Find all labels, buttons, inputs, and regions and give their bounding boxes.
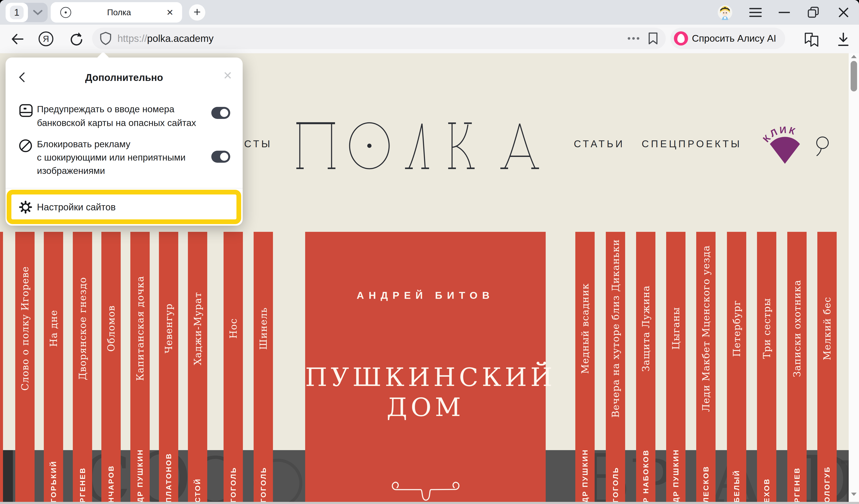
spine-author: ДР ПУШКИН [581,449,589,503]
polka-logo-lettering [296,122,552,171]
site-logo-polka[interactable] [296,122,552,171]
scroll-up-arrow[interactable] [851,55,857,58]
downloads-button[interactable] [836,32,850,47]
shield-icon[interactable] [100,31,112,46]
browser-menu-button[interactable] [747,0,764,25]
book-spine-left-5[interactable]: ЧевенгурПЛАТОНОВ [159,232,178,504]
book-spine-left-1[interactable]: На днеГОРЬКИЙ [44,232,63,504]
spine-title: Слово о полку Игореве [19,266,30,391]
spine-author: РГЕНЕВ [78,467,87,503]
book-author: АНДРЕЙ БИТОВ [305,289,546,301]
ask-alice-button[interactable]: Спросить Алису AI [670,28,785,49]
spine-title: Петербург [731,300,742,357]
browser-settings-popup: Дополнительно ✕ Предупреждать о вводе но… [5,58,243,226]
url-host: polka.academy [147,33,213,44]
site-settings-menu-item[interactable]: Настройки сайтов [37,202,116,213]
browser-toolbar: Я https://polka.academy Спросить А [0,25,859,53]
bookshelf: С О О В Р А D R АНДРЕЙ БИТОВ ПУШКИНСКИЙ … [0,232,859,504]
book-spine-right-0[interactable]: Медный всадникДР ПУШКИН [575,232,594,504]
nav-item-specials[interactable]: СПЕЦПРОЕКТЫ [642,138,742,150]
spine-author: ГОРЬКИЙ [49,460,58,503]
warn-card-entry-toggle[interactable] [211,107,230,119]
spine-author: ГОГОЛЬ [612,467,620,503]
browser-tab[interactable]: Полка ✕ [51,2,182,22]
spine-title: Хаджи-Мурат [192,292,203,365]
book-spine-right-3[interactable]: ЦыганыДР ПУШКИН [666,232,685,504]
toggle-knob [220,109,228,117]
book-spine-left-8[interactable]: ШинельГОГОЛЬ [254,232,273,504]
spine-title: Шинель [258,307,269,350]
bookmark-icon[interactable] [648,32,658,45]
vertical-scrollbar[interactable] [849,53,859,502]
book-spine-right-8[interactable]: Мелкий бесОЛОГУБ [817,232,837,504]
spine-author: СТОЙ [194,478,202,503]
book-spine-right-4[interactable]: Леди Макбет Мценского уездаЛЕСКОВ [696,232,715,504]
book-spine-left-3[interactable]: ОбломовНЧАРОВ [101,232,121,504]
bank-card-icon [19,103,33,118]
restore-icon [807,6,820,19]
book-spine-left-2[interactable]: Дворянское гнездоРГЕНЕВ [73,232,92,504]
warn-card-entry-setting[interactable]: Предупреждать о вводе номера банковской … [37,102,196,129]
book-spine-left-0[interactable]: Слово о полку Игореве [15,232,34,504]
featured-book-cover[interactable]: АНДРЕЙ БИТОВ ПУШКИНСКИЙ ДОМ [305,232,546,504]
tab-count-button[interactable]: 1 [5,3,28,22]
spine-author: ОЛОГУБ [823,466,831,503]
block-shocking-ads-toggle[interactable] [211,151,230,163]
spine-title: Цыганы [670,307,681,350]
profile-avatar[interactable] [717,0,734,25]
new-tab-button[interactable]: + [189,4,205,20]
spine-title: Обломов [106,305,117,352]
spine-author: ЕХОВ [763,478,771,503]
book-spine-right-5[interactable]: ПетербургБЕЛЫЙ [727,232,746,504]
nav-item-articles[interactable]: СТАТЬИ [574,138,625,150]
collections-button[interactable] [803,32,820,48]
book-spine-left-4[interactable]: Капитанская дочкаДР ПУШКИН [130,232,150,504]
spine-title: Медный всадник [579,283,590,374]
spine-author: ГОГОЛЬ [259,467,268,503]
book-spine-left-7[interactable]: НосГОГОЛЬ [224,232,243,504]
klik-fan-icon: КЛИК [759,125,811,168]
tab-bar: 1 Полка ✕ + [0,0,859,25]
popup-close-button[interactable]: ✕ [223,70,232,81]
more-actions-icon[interactable] [628,37,639,40]
url-text[interactable]: https://polka.academy [118,33,213,44]
book-spine-right-2[interactable]: Защита ЛужинаР НАБОКОВ [636,232,655,504]
minimize-button[interactable] [776,0,793,25]
nav-item-texts-fragment[interactable]: СТЫ [244,138,272,150]
tab-list-chevron-button[interactable] [28,3,48,22]
book-flourish-icon [389,476,462,502]
tab-count-badge: 1 [10,5,24,19]
search-icon [814,136,830,156]
gear-icon [19,200,32,214]
scroll-down-arrow[interactable] [851,493,857,496]
tab-list-control[interactable]: 1 [5,3,48,22]
spine-author: ПЛАТОНОВ [165,453,173,503]
spine-title: Защита Лужина [641,285,651,371]
close-window-button[interactable] [835,0,852,25]
spine-author: Р НАБОКОВ [642,449,650,503]
toggle-knob [220,153,228,161]
spine-title: Вечера на хуторе близ Диканьки [610,239,621,418]
yandex-home-button[interactable]: Я [38,31,54,47]
tab-close-button[interactable]: ✕ [166,7,174,17]
spine-author: ГОГОЛЬ [229,467,238,503]
reload-button[interactable] [69,32,84,47]
spine-author: ДР ПУШКИН [136,449,144,503]
spine-author: РГЕНЕВ [793,467,801,503]
restore-button[interactable] [805,0,822,25]
spine-title: Чевенгур [163,303,174,353]
book-spine-right-6[interactable]: Три сестрыЕХОВ [757,232,776,504]
book-spine-left-6[interactable]: Хаджи-МуратСТОЙ [188,232,207,504]
klik-project-badge[interactable]: КЛИК [759,125,811,168]
book-spine-right-1[interactable]: Вечера на хуторе близ ДиканькиГОГОЛЬ [606,232,625,504]
alice-ai-icon [674,31,688,46]
spine-title: Капитанская дочка [135,276,146,381]
book-spine-right-7[interactable]: Записки охотникаРГЕНЕВ [787,232,807,504]
back-button[interactable] [10,32,25,46]
url-bar[interactable]: https://polka.academy [92,28,666,49]
collections-icon [803,32,820,48]
site-search-button[interactable] [814,136,830,156]
bottom-edge-strip [0,502,859,504]
block-shocking-ads-setting[interactable]: Блокировать рекламу с шокирующими или не… [37,137,185,177]
scrollbar-thumb[interactable] [850,61,857,91]
